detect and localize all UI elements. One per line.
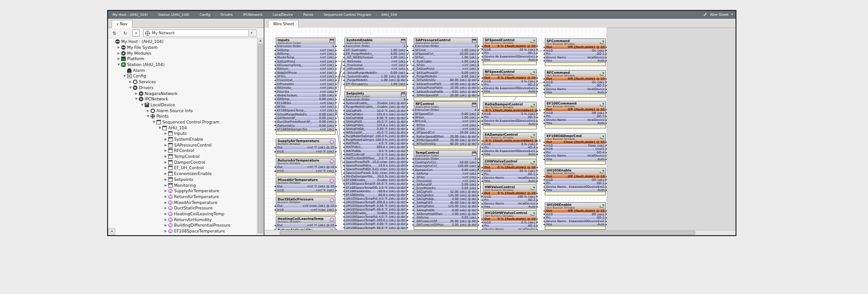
- block-header[interactable]: SupplyAirTemperatureNumeric Writable: [276, 139, 335, 145]
- block-row-device-name[interactable]: Device NameExpansionIODeviceExt1: [483, 149, 536, 153]
- block-sapressurecontrol[interactable]: SAPressureControlApplication FolderExecu…: [414, 38, 478, 101]
- tree-item-ef108spacetemperature[interactable]: ▶EF108SpaceTemperature: [108, 228, 257, 234]
- tree-expander-icon[interactable]: ▶: [164, 195, 168, 199]
- tree-item-dampercontrol[interactable]: ▶DamperControl: [108, 159, 257, 165]
- tree-item-monitoring[interactable]: ▶Monitoring: [108, 182, 257, 188]
- tab-nav[interactable]: ▾Nav: [112, 20, 132, 28]
- tree-item-niagaranetwork[interactable]: ▶NiagaraNetwork: [108, 90, 257, 96]
- block-row-pin[interactable]: PinAO-2: [483, 198, 536, 202]
- block-row-in10[interactable]: In10Off {ok}: [545, 111, 605, 115]
- block-row-hoa[interactable]: HoaAuto: [545, 223, 605, 226]
- breadcrumb-item[interactable]: Config: [199, 13, 210, 17]
- block-row-pin[interactable]: PinDO-2: [545, 84, 605, 87]
- tree-expander-icon[interactable]: ▶: [164, 161, 168, 164]
- tree-expander-icon[interactable]: ▼: [123, 74, 127, 78]
- block-row-execution-order[interactable]: Execution Order2: [345, 44, 406, 48]
- block-uh105hwvalvecontrol[interactable]: UH105HWValveControlHon Numeric WritableO…: [483, 210, 537, 231]
- block-row--oatlowlimoffhys[interactable]: _OATLowLimOffHys2.00 {ok} @ def: [414, 223, 477, 227]
- block-row-matctrlensp-[interactable]: MATCtrlEnSP_57.0 °F {ok} @ def: [345, 152, 406, 156]
- block-row-in10[interactable]: In100 % {ok}: [483, 221, 536, 224]
- block-row-sfspeedctrl-[interactable]: SFSpeedCtrl_20.00 {ok}: [414, 52, 477, 56]
- block-header[interactable]: SetpointsApplication Folder: [345, 91, 406, 98]
- block-row--saclgpidint[interactable]: _SAClgPidInt125.00 {ok} @ def: [414, 194, 477, 197]
- block-header[interactable]: SFCommandHon Boolean Writable: [545, 39, 605, 45]
- block-row-in10[interactable]: In10+inf °F {ok}: [276, 149, 335, 153]
- block-row-device-name[interactable]: Device NameExpansionIODeviceExt1: [483, 55, 536, 58]
- block-row-execution-order[interactable]: Execution Order5: [414, 157, 477, 161]
- sort-icon[interactable]: ⇅: [111, 29, 118, 37]
- block-row-out[interactable]: Out0 % {fault,stale,overridden} @ 1: [483, 109, 536, 112]
- tree-expander-icon[interactable]: ▶: [164, 206, 168, 210]
- block-row-hipressalm-[interactable]: HiPressAlm_+inf {ok}: [276, 82, 335, 85]
- block-row--freezestat[interactable]: _Freezestat+inf {ok}: [414, 179, 477, 183]
- tree-item-services[interactable]: ▶Services: [108, 79, 257, 85]
- block-row-uh106spacetemppidsp-[interactable]: UH106SpaceTempPidSP_60.0 °F {ok} @ def: [345, 226, 406, 229]
- tree-item-supplyairtemperature[interactable]: ▶SupplyAirTemperature: [108, 188, 257, 194]
- block-row-execution-order[interactable]: Execution Order1: [276, 44, 335, 48]
- breadcrumb-item[interactable]: My Host : (AHU_104): [113, 13, 148, 17]
- block-row-in10[interactable]: In100 % {ok}: [483, 142, 536, 146]
- tree-item-rfcontrol[interactable]: ▶RFControl: [108, 148, 257, 154]
- view-selector[interactable]: Wire Sheet ▾: [703, 12, 733, 17]
- block-row-device-name[interactable]: Device NameExpansionIODeviceExt1: [483, 86, 536, 90]
- tree-expander-icon[interactable]: ▶: [164, 143, 168, 147]
- block-row-matempsp-[interactable]: MATempSP_45.0 °F {ok} @ def: [345, 131, 406, 134]
- nav-scrollbar[interactable]: ▲: [257, 38, 264, 235]
- block-header[interactable]: TempControlApplication Folder: [414, 151, 477, 157]
- block-row-ef108enable-[interactable]: EF108Enable_Enable {ok} @ def: [345, 178, 406, 182]
- tree-expander-icon[interactable]: ▶: [117, 52, 121, 55]
- block-row-in10[interactable]: In10100 % {ok}: [483, 195, 536, 199]
- block-row-sastatpress-[interactable]: SAStatPress_+inf {ok}: [276, 59, 335, 63]
- block-row-eff-purgemodeen-[interactable]: Eff_PurgeModeEn_0.00 {ok}: [345, 52, 406, 56]
- breadcrumb-item[interactable]: Sequenced Control Program: [324, 13, 371, 17]
- block-header[interactable]: SAPressureControlApplication Folder: [414, 38, 477, 44]
- tree-expander-icon[interactable]: ▼: [158, 126, 162, 130]
- block-row-uh105spacetemppidtr-[interactable]: UH105SpaceTempPidTr_4.0 °F {ok} @ def: [345, 197, 406, 200]
- block-row-matpidtr-[interactable]: MATPidTr_4.0 °F {ok} @ def: [345, 142, 406, 145]
- block-row-sffail-[interactable]: SFFail_1.00 {ok}: [414, 56, 477, 59]
- tree-expander-icon[interactable]: ▼: [140, 103, 144, 107]
- block-header[interactable]: RFCommandHon Boolean Writable: [545, 71, 605, 77]
- block-row-systemenable-[interactable]: SystemEnable_Enable {ok} @ def: [345, 101, 406, 105]
- block-row-pin[interactable]: PinAO-3: [483, 115, 536, 119]
- block-row-in10[interactable]: In1050 % {ok}: [483, 169, 536, 173]
- block-row--rasmoke[interactable]: _RASmoke+inf {ok}: [345, 59, 406, 63]
- block-ductstaticpressure[interactable]: DuctStaticPressureNumeric WritableOut+in…: [276, 197, 335, 215]
- block-rfcommand[interactable]: RFCommandHon Boolean WritableOutOff {fau…: [545, 70, 606, 98]
- block-header[interactable]: HWValveControlHon Numeric Writable: [483, 185, 536, 191]
- block-uh105enable[interactable]: UH105EnableHon Boolean WritableOutOff {f…: [545, 168, 606, 195]
- block-header[interactable]: EADamperControlHon Numeric Writable: [483, 133, 536, 139]
- block-row-in10[interactable]: In10Close {ok}: [545, 144, 605, 147]
- block-row--oatemp[interactable]: _OATemp0.00 {ok}: [414, 216, 477, 219]
- block-row-pin[interactable]: PinAO-1: [483, 172, 536, 176]
- block-row--rfsts[interactable]: _RFSts+inf {ok}: [414, 123, 477, 127]
- breadcrumb-item[interactable]: Points: [303, 13, 314, 17]
- block-row--sastatpresspiddb[interactable]: _SAStatPressPidDb0.01 {ok} @ def: [414, 90, 477, 93]
- block-header[interactable]: RaOaDamperControlHon Numeric Writable: [483, 102, 536, 109]
- block-row-out[interactable]: OutOff {fault,stale} @ 10: [545, 45, 605, 49]
- tree-expander-icon[interactable]: ▶: [164, 184, 168, 187]
- block-row-matpidint-[interactable]: MATPidInt_800.0 s {ok} @ def: [345, 145, 406, 149]
- tree-item-config[interactable]: ▼Config: [108, 73, 257, 79]
- block-header[interactable]: SFSpeedControlHon Numeric Writable: [483, 38, 536, 44]
- tree-expander-icon[interactable]: ▶: [164, 212, 168, 216]
- block-row-hoa[interactable]: HoaAuto: [545, 157, 605, 161]
- block-row-satemp-[interactable]: SATemp_+inf {ok}: [276, 48, 335, 52]
- block-row-out[interactable]: Out0 % {fault,stale} @ 10: [483, 166, 536, 169]
- block-systemenable[interactable]: SystemEnableApplication FolderExecution …: [344, 38, 407, 90]
- tree-item-sequenced-control-program[interactable]: ▼Sequenced Control Program: [108, 119, 257, 125]
- block-row--sfsts[interactable]: _SFSts+inf {ok}: [414, 63, 477, 67]
- block-row-device-name[interactable]: Device NameExpansionIODeviceExt1: [483, 119, 536, 123]
- tree-item-my-modules[interactable]: ▶My Modules: [108, 50, 257, 56]
- tree-item-my-file-system[interactable]: ▶My File System: [108, 45, 257, 51]
- block-row-rfcmd-[interactable]: RFCmd_+inf {ok}: [414, 119, 477, 123]
- block-row-schedpurgemodeen-[interactable]: SchedPurgeModeEn_0.00 {ok}: [276, 112, 335, 116]
- block-row-hoa[interactable]: HoaAuto: [483, 152, 536, 156]
- tree-item-ductstaticpressure[interactable]: ▶DuctStaticPressure: [108, 205, 257, 211]
- block-header[interactable]: RFSpeedControlHon Numeric Writable: [483, 70, 536, 76]
- block-row-coolingvlvctrl-[interactable]: CoolingVlvCtrl_50.00 {ok}: [414, 161, 477, 164]
- block-row--rffailalmdly[interactable]: _RFFailAlmDly60.00 {ok} @ def: [414, 142, 477, 146]
- block-header[interactable]: SystemEnableApplication Folder: [345, 38, 406, 44]
- block-returnairtemperature[interactable]: ReturnAirTemperatureNumeric WritableOut+…: [276, 158, 335, 176]
- block-row-in10[interactable]: In10+inf °F {ok}: [276, 188, 335, 192]
